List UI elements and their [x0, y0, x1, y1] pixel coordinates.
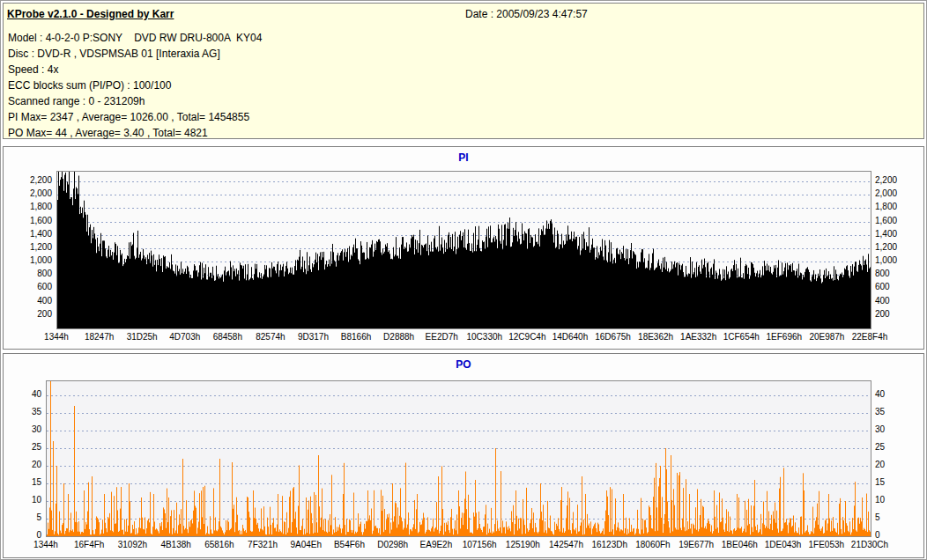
x-tick-label: 18060Fh [635, 540, 670, 550]
x-tick-label: 31D25h [127, 332, 158, 343]
y-tick-label: 600 [4, 282, 52, 292]
y-tick-label: 40 [875, 389, 885, 400]
x-tick-label: 1344h [33, 540, 58, 550]
x-tick-label: 4D703h [169, 332, 200, 343]
y-tick-label: 2,200 [4, 175, 52, 186]
y-tick-label: 30 [4, 424, 41, 435]
x-tick-label: D0298h [377, 540, 408, 550]
y-tick-label: 200 [4, 309, 52, 320]
po-chart-panel: PO 404035353030252520201515101055001344h… [3, 353, 924, 558]
y-tick-label: 15 [875, 477, 885, 488]
x-tick-label: 16D675h [595, 332, 631, 343]
scan-info-line: Disc : DVD-R , VDSPMSAB 01 [Interaxia AG… [8, 46, 262, 62]
scan-info-line: PO Max= 44 , Average= 3.40 , Total= 4821 [8, 125, 262, 141]
x-tick-label: 18E362h [638, 332, 673, 343]
x-tick-label: 31092h [118, 540, 147, 550]
po-chart-canvas [46, 380, 871, 537]
x-tick-label: 1BE046h [722, 540, 758, 550]
y-tick-label: 25 [4, 442, 41, 453]
x-tick-label: 1CF654h [723, 332, 760, 343]
x-tick-label: 14D640h [552, 332, 589, 343]
y-tick-label: 400 [875, 296, 890, 306]
y-tick-label: 20 [875, 460, 885, 470]
y-tick-label: 800 [4, 269, 52, 279]
y-tick-label: 400 [4, 296, 52, 306]
x-tick-label: 9A04Eh [290, 540, 322, 550]
y-tick-label: 1,000 [4, 255, 52, 266]
y-tick-label: 15 [4, 477, 41, 488]
x-tick-label: 9D317h [298, 332, 329, 343]
y-tick-label: 35 [4, 407, 41, 417]
y-tick-label: 40 [4, 389, 41, 400]
y-tick-label: 10 [4, 495, 41, 505]
x-tick-label: EA9E2h [420, 540, 453, 550]
y-tick-label: 1,400 [4, 229, 52, 239]
kprobe-window: KProbe v2.1.0 - Designed by Karr Date : … [0, 0, 927, 560]
y-tick-label: 1,200 [875, 242, 897, 253]
x-tick-label: 22E8F4h [852, 332, 888, 343]
y-tick-label: 200 [875, 309, 890, 320]
x-tick-label: 1EF696h [767, 332, 803, 343]
x-tick-label: 21D30Ch [851, 540, 888, 550]
y-tick-label: 5 [4, 512, 41, 523]
x-tick-label: 1DE043h [765, 540, 802, 550]
y-tick-label: 2,000 [875, 188, 897, 199]
x-tick-label: 142547h [549, 540, 583, 550]
scan-info-line: Model : 4-0-2-0 P:SONY DVD RW DRU-800A K… [8, 30, 262, 46]
x-tick-label: 82574h [256, 332, 285, 343]
x-tick-label: 65816h [204, 540, 234, 550]
y-tick-label: 800 [875, 269, 890, 279]
x-tick-label: B8166h [341, 332, 371, 343]
y-tick-label: 1,600 [4, 216, 52, 226]
y-tick-label: 10 [875, 495, 885, 505]
y-tick-label: 35 [875, 407, 885, 417]
scan-info-line: ECC blocks sum (PI/PO) : 100/100 [8, 77, 262, 93]
y-tick-label: 1,000 [875, 255, 897, 266]
pi-chart-title: PI [4, 151, 923, 164]
pi-chart-canvas [56, 171, 871, 329]
y-tick-label: 1,400 [875, 229, 897, 239]
scan-info-line: Speed : 4x [8, 62, 262, 77]
po-chart-title: PO [4, 358, 923, 371]
y-tick-label: 1,800 [875, 202, 897, 212]
x-tick-label: 68458h [213, 332, 242, 343]
x-tick-label: 12C9C4h [508, 332, 545, 343]
y-tick-label: 600 [875, 282, 890, 292]
y-tick-label: 1,600 [875, 216, 897, 226]
x-tick-label: 1344h [44, 332, 69, 343]
y-tick-label: 1,200 [4, 242, 52, 253]
x-tick-label: 7F321h [248, 540, 278, 550]
scan-info-line: Scanned range : 0 - 231209h [8, 93, 262, 109]
y-tick-label: 5 [875, 512, 880, 523]
x-tick-label: D2888h [383, 332, 414, 343]
x-tick-label: EE2D7h [426, 332, 458, 343]
y-tick-label: 2,000 [4, 188, 52, 199]
x-tick-label: 4B138h [160, 540, 190, 550]
x-tick-label: 16F4Fh [74, 540, 104, 550]
x-tick-label: 18247h [85, 332, 114, 343]
y-tick-label: 2,200 [875, 175, 897, 186]
x-tick-label: 16123Dh [591, 540, 627, 550]
x-tick-label: 10C330h [466, 332, 502, 343]
scan-info: Model : 4-0-2-0 P:SONY DVD RW DRU-800A K… [8, 30, 262, 141]
x-tick-label: 19E677h [679, 540, 714, 550]
y-tick-label: 1,800 [4, 202, 52, 212]
x-tick-label: 1AE332h [680, 332, 716, 343]
scan-info-line: PI Max= 2347 , Average= 1026.00 , Total=… [8, 109, 262, 125]
pi-chart-panel: PI 2,2002,2002,0002,0001,8001,8001,6001,… [3, 146, 924, 350]
y-tick-label: 30 [875, 424, 885, 435]
y-tick-label: 20 [4, 460, 41, 470]
x-tick-label: 1FE053h [808, 540, 844, 550]
x-tick-label: 125190h [506, 540, 540, 550]
x-tick-label: 107156h [463, 540, 497, 550]
x-tick-label: 20E987h [809, 332, 844, 343]
app-title: KProbe v2.1.0 - Designed by Karr [7, 8, 174, 20]
header-panel: KProbe v2.1.0 - Designed by Karr Date : … [3, 3, 924, 139]
x-tick-label: B54F6h [334, 540, 365, 550]
y-tick-label: 25 [875, 442, 885, 453]
scan-date: Date : 2005/09/23 4:47:57 [465, 8, 588, 20]
